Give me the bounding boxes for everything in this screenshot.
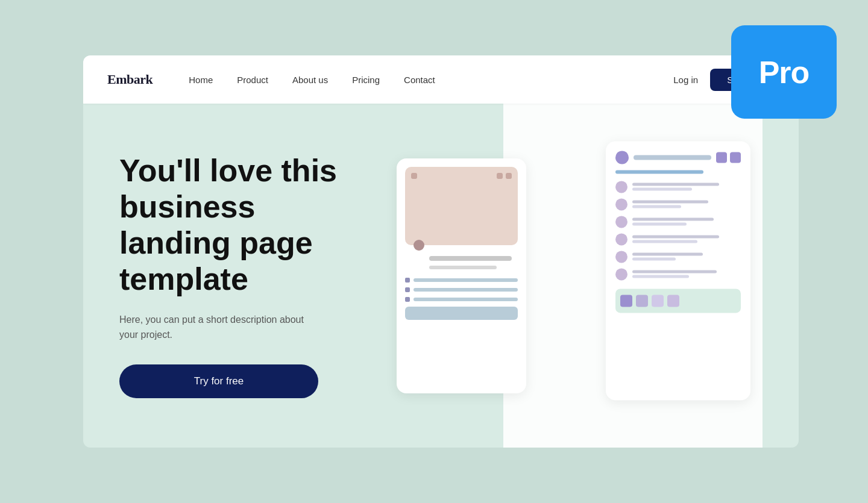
mc2-row-lines-4 xyxy=(632,235,741,243)
mc1-list-line-3 xyxy=(414,298,518,301)
mc2-avatar-3 xyxy=(615,216,627,228)
pro-badge: Pro xyxy=(731,25,837,119)
mc1-corner-dots-right xyxy=(497,173,512,179)
mc1-list-item-2 xyxy=(405,287,518,292)
mc2-bot-sq-3 xyxy=(652,295,664,307)
navbar: Embark Home Product About us Pricing Con… xyxy=(83,55,799,104)
mc1-list-dot-1 xyxy=(405,278,410,283)
mc2-avatar-4 xyxy=(615,233,627,245)
mc1-list-dot-2 xyxy=(405,287,410,292)
nav-product[interactable]: Product xyxy=(237,75,268,85)
mc2-line-long-3 xyxy=(632,217,714,220)
mc2-avatar-1 xyxy=(615,181,627,193)
mc1-corner-dots-left xyxy=(411,173,417,179)
nav-contact[interactable]: Contact xyxy=(404,75,435,85)
mc2-line-long-6 xyxy=(632,270,717,273)
login-button[interactable]: Log in xyxy=(673,75,698,85)
mc2-list-row-2 xyxy=(615,198,741,210)
mc1-avatar-dot xyxy=(414,240,424,251)
hero-description: Here, you can put a short description ab… xyxy=(119,312,324,343)
mc1-name-line xyxy=(429,256,512,261)
mc2-row-lines-2 xyxy=(632,200,741,208)
mc2-list-row-5 xyxy=(615,251,741,263)
mockup-card-2 xyxy=(606,141,750,400)
mc2-top-squares xyxy=(716,152,741,163)
mockup-area xyxy=(348,104,763,448)
mc2-line-short-1 xyxy=(632,187,692,190)
hero-text: You'll love this business landing page t… xyxy=(119,153,348,398)
mc2-line-short-4 xyxy=(632,240,697,243)
mc2-list-row-1 xyxy=(615,181,741,193)
mc2-line-long-4 xyxy=(632,235,719,238)
mc2-list-row-6 xyxy=(615,268,741,280)
hero-section: You'll love this business landing page t… xyxy=(83,104,799,448)
mc2-list-row-3 xyxy=(615,216,741,228)
mc2-bot-sq-2 xyxy=(636,295,648,307)
mc1-list-dot-3 xyxy=(405,297,410,302)
mc2-line-long-1 xyxy=(632,183,719,186)
mc2-avatar-5 xyxy=(615,251,627,263)
pro-badge-text: Pro xyxy=(759,54,810,90)
mc2-bot-sq-4 xyxy=(667,295,679,307)
mc1-dot-2 xyxy=(497,173,503,179)
hero-title: You'll love this business landing page t… xyxy=(119,153,348,297)
mc1-list-line-2 xyxy=(414,288,518,292)
main-card: Embark Home Product About us Pricing Con… xyxy=(83,55,799,448)
nav-home[interactable]: Home xyxy=(189,75,213,85)
mc2-list-row-4 xyxy=(615,233,741,245)
nav-about[interactable]: About us xyxy=(292,75,328,85)
mc2-avatar-2 xyxy=(615,198,627,210)
logo[interactable]: Embark xyxy=(107,72,153,87)
mc2-bot-sq-1 xyxy=(620,295,632,307)
mc2-row-lines-5 xyxy=(632,252,741,260)
mc2-line-short-5 xyxy=(632,257,676,260)
mc2-row-lines-1 xyxy=(632,183,741,190)
mockup-card-1 xyxy=(397,158,526,393)
mc2-row-lines-6 xyxy=(632,270,741,278)
mc1-sub-line xyxy=(429,266,497,269)
mc2-bottom-bar xyxy=(615,289,741,313)
mc1-list-item-1 xyxy=(405,278,518,283)
try-free-button[interactable]: Try for free xyxy=(119,364,318,398)
nav-pricing[interactable]: Pricing xyxy=(352,75,380,85)
nav-links: Home Product About us Pricing Contact xyxy=(189,75,673,85)
mc2-avatar-6 xyxy=(615,268,627,280)
mc2-row-lines-3 xyxy=(632,217,741,225)
mc1-dot-1 xyxy=(411,173,417,179)
mc2-line-short-6 xyxy=(632,275,689,278)
mc2-blue-line xyxy=(615,170,703,173)
mc1-list-line-1 xyxy=(414,278,518,282)
mc2-line-long-2 xyxy=(632,200,708,203)
mc2-top-sq-1 xyxy=(716,152,727,163)
mc2-top-sq-2 xyxy=(730,152,741,163)
mc1-dot-3 xyxy=(506,173,512,179)
mc1-header-image xyxy=(405,167,518,245)
mc2-purple-dot xyxy=(615,151,629,164)
mc2-top-bar xyxy=(615,151,741,164)
mc2-line-long-5 xyxy=(632,252,703,255)
mc1-list-item-3 xyxy=(405,297,518,302)
mc1-footer-bar xyxy=(405,307,518,320)
mc2-line-short-2 xyxy=(632,205,681,208)
mc2-line-short-3 xyxy=(632,222,687,225)
mc2-top-line xyxy=(634,155,711,160)
